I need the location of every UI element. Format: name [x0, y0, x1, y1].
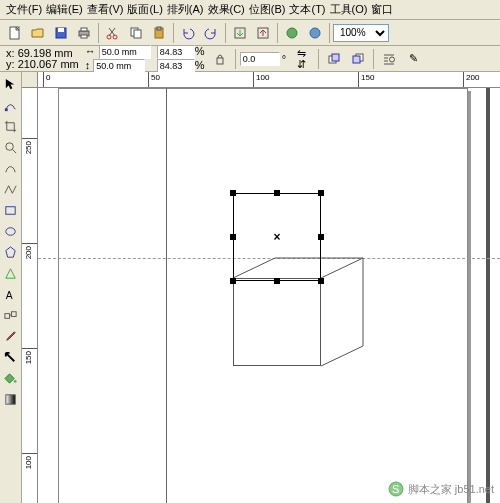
handle-ml[interactable]: [230, 234, 236, 240]
svg-point-21: [390, 57, 395, 62]
guideline-vertical[interactable]: [166, 88, 167, 503]
print-icon[interactable]: [73, 22, 95, 44]
svg-rect-11: [157, 27, 161, 30]
canvas-wrap: 0 50 100 150 200 250 200 150 100: [22, 72, 500, 503]
zoom-tool-icon[interactable]: [1, 137, 21, 157]
handle-br[interactable]: [318, 278, 324, 284]
mirror-h-icon[interactable]: ⇋: [290, 48, 312, 59]
handle-bc[interactable]: [274, 278, 280, 284]
svg-rect-16: [217, 58, 223, 64]
watermark: S 脚本之家 jb51.net: [388, 481, 494, 497]
pick-tool-icon[interactable]: [1, 74, 21, 94]
menu-tools[interactable]: 工具(O): [328, 0, 370, 19]
undo-icon[interactable]: [177, 22, 199, 44]
drawing-canvas[interactable]: ×: [38, 88, 500, 503]
outline-tool-icon[interactable]: [1, 347, 21, 367]
svg-point-14: [287, 28, 297, 38]
copy-icon[interactable]: [125, 22, 147, 44]
svg-rect-28: [11, 311, 16, 316]
fill-tool-icon[interactable]: [1, 368, 21, 388]
cut-icon[interactable]: [102, 22, 124, 44]
menu-text[interactable]: 文本(T): [287, 0, 327, 19]
basic-shapes-icon[interactable]: [1, 263, 21, 283]
scale-coords: % %: [155, 45, 207, 73]
angle-unit: °: [282, 53, 286, 65]
menu-view[interactable]: 查看(V): [85, 0, 126, 19]
freehand-tool-icon[interactable]: [1, 158, 21, 178]
svg-point-29: [14, 379, 17, 382]
corel-online-icon[interactable]: [304, 22, 326, 44]
position-coords: x: 69.198 mm y: 210.067 mm: [4, 48, 81, 70]
svg-rect-20: [353, 56, 360, 63]
menu-edit[interactable]: 编辑(E): [44, 0, 85, 19]
ruler-vertical[interactable]: 250 200 150 100: [22, 88, 38, 503]
paste-icon[interactable]: [148, 22, 170, 44]
mirror-buttons: ⇋ ⇵: [288, 48, 314, 70]
height-field[interactable]: [93, 59, 145, 73]
handle-tl[interactable]: [230, 190, 236, 196]
mirror-v-icon[interactable]: ⇵: [290, 59, 312, 70]
page-shadow: [486, 88, 490, 503]
ruler-corner[interactable]: [22, 72, 38, 88]
smart-drawing-icon[interactable]: [1, 179, 21, 199]
scale-x-field[interactable]: [157, 45, 195, 59]
selection-center-mark: ×: [273, 230, 280, 244]
to-front-icon[interactable]: [323, 48, 345, 70]
width-field[interactable]: [99, 45, 151, 59]
property-bar: x: 69.198 mm y: 210.067 mm ↔ ↕ % % ° ⇋ ⇵…: [0, 46, 500, 72]
export-icon[interactable]: [252, 22, 274, 44]
to-back-icon[interactable]: [347, 48, 369, 70]
svg-text:S: S: [392, 483, 399, 495]
svg-point-25: [6, 227, 15, 235]
svg-rect-30: [6, 394, 15, 403]
menu-bitmaps[interactable]: 位图(B): [247, 0, 288, 19]
svg-point-15: [310, 28, 320, 38]
interactive-fill-icon[interactable]: [1, 389, 21, 409]
lock-ratio-icon[interactable]: [209, 48, 231, 70]
svg-rect-4: [81, 28, 87, 31]
rotation-field[interactable]: [240, 52, 280, 66]
text-tool-icon[interactable]: A: [1, 284, 21, 304]
save-icon[interactable]: [50, 22, 72, 44]
cube-front-face[interactable]: [233, 278, 321, 366]
svg-rect-24: [6, 206, 15, 214]
svg-rect-9: [134, 30, 141, 38]
svg-text:A: A: [6, 290, 13, 301]
crop-tool-icon[interactable]: [1, 116, 21, 136]
width-icon: ↔: [85, 45, 96, 57]
import-icon[interactable]: [229, 22, 251, 44]
menubar: 文件(F) 编辑(E) 查看(V) 版面(L) 排列(A) 效果(C) 位图(B…: [0, 0, 500, 20]
scale-y-field[interactable]: [157, 59, 195, 73]
svg-rect-27: [5, 313, 10, 318]
convert-to-curves-icon[interactable]: ✎: [402, 48, 424, 70]
shape-tool-icon[interactable]: [1, 95, 21, 115]
app-launcher-icon[interactable]: [281, 22, 303, 44]
wrap-text-icon[interactable]: [378, 48, 400, 70]
eyedropper-tool-icon[interactable]: [1, 326, 21, 346]
open-icon[interactable]: [27, 22, 49, 44]
polygon-tool-icon[interactable]: [1, 242, 21, 262]
rectangle-tool-icon[interactable]: [1, 200, 21, 220]
svg-rect-5: [81, 35, 87, 38]
svg-rect-22: [5, 108, 8, 111]
menu-layout[interactable]: 版面(L): [125, 0, 164, 19]
new-icon[interactable]: [4, 22, 26, 44]
height-icon: ↕: [85, 59, 91, 71]
redo-icon[interactable]: [200, 22, 222, 44]
interactive-blend-icon[interactable]: [1, 305, 21, 325]
svg-rect-18: [332, 54, 339, 61]
menu-arrange[interactable]: 排列(A): [165, 0, 206, 19]
handle-bl[interactable]: [230, 278, 236, 284]
handle-mr[interactable]: [318, 234, 324, 240]
ellipse-tool-icon[interactable]: [1, 221, 21, 241]
watermark-text: 脚本之家 jb51.net: [408, 482, 494, 497]
menu-effects[interactable]: 效果(C): [206, 0, 247, 19]
ruler-horizontal[interactable]: 0 50 100 150 200: [38, 72, 500, 88]
y-value: 210.067 mm: [18, 58, 79, 70]
y-label: y:: [6, 58, 15, 70]
menu-window[interactable]: 窗口: [369, 0, 395, 19]
zoom-select[interactable]: 100%: [333, 24, 389, 42]
handle-tr[interactable]: [318, 190, 324, 196]
menu-file[interactable]: 文件(F): [4, 0, 44, 19]
handle-tc[interactable]: [274, 190, 280, 196]
